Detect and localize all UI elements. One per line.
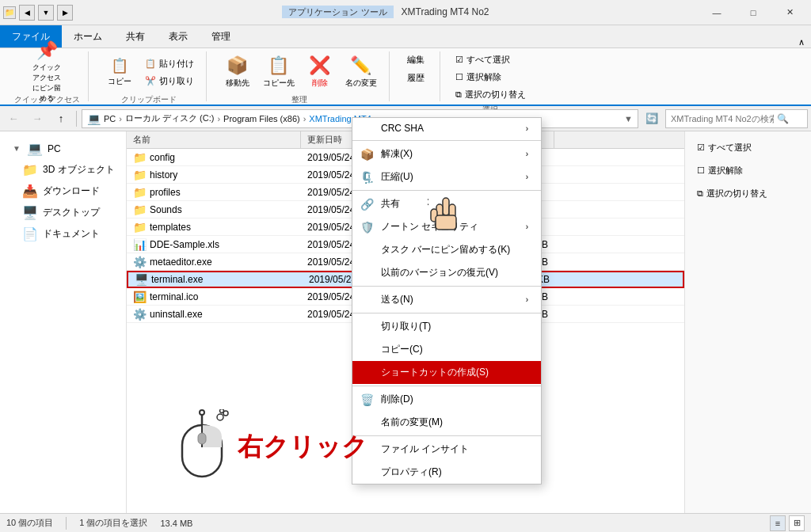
tab-manage[interactable]: 管理 bbox=[200, 25, 242, 48]
file-name-history: 📁history bbox=[127, 169, 301, 181]
ctx-item-cut[interactable]: 切り取り(T) bbox=[352, 315, 541, 338]
file-name-metaeditor: ⚙️metaeditor.exe bbox=[127, 256, 301, 268]
ctx-item-fileinsight[interactable]: ファイル インサイト bbox=[352, 438, 541, 461]
ribbon-btn-selectall[interactable]: ☑すべて選択 bbox=[451, 51, 514, 68]
ctx-item-norton[interactable]: 🛡️ ノートン セキュリティ › bbox=[352, 215, 541, 238]
ribbon-btn-edit[interactable]: 編集 bbox=[403, 51, 428, 68]
ribbon-group-clipboard: 📋 コピー 📋貼り付け ✂️切り取り クリップボード bbox=[92, 51, 207, 101]
ctx-item-prevversion[interactable]: 以前のバージョンの復元(V) bbox=[352, 261, 541, 284]
status-selected-info: 1 個の項目を選択 bbox=[79, 517, 147, 529]
status-sep-1 bbox=[66, 517, 67, 530]
title-bar-btn-2[interactable]: ▼ bbox=[38, 5, 54, 21]
ribbon-btn-deselect[interactable]: ☐選択解除 bbox=[451, 69, 505, 86]
ribbon-btn-rename[interactable]: ✏️ 名の変更 bbox=[341, 51, 381, 93]
ctx-item-rename[interactable]: 名前の変更(M) bbox=[352, 411, 541, 434]
tab-home[interactable]: ホーム bbox=[62, 25, 114, 48]
ribbon-btn-history[interactable]: 履歴 bbox=[403, 70, 428, 86]
ribbon-content: 📌 クイック アクセスにピン留める クイック アクセス 📋 コピー 📋貼り付け bbox=[0, 48, 811, 104]
status-item-count: 10 個の項目 bbox=[6, 517, 53, 529]
ctx-item-sendto[interactable]: 送る(N) › bbox=[352, 288, 541, 311]
ribbon-group-label-quickaccess: クイック アクセス bbox=[14, 93, 80, 105]
ribbon-group-history: 編集 履歴 bbox=[393, 51, 440, 101]
file-name-dde: 📊DDE-Sample.xls bbox=[127, 238, 301, 251]
ctx-sep-6 bbox=[352, 435, 541, 436]
title-bar: 📁 ◀ ▼ ▶ アプリケーション ツール XMTrading MT4 No2 —… bbox=[0, 0, 811, 25]
file-name-sounds: 📁Sounds bbox=[127, 203, 301, 216]
refresh-button[interactable]: 🔄 bbox=[642, 109, 662, 128]
ribbon-btn-invertselect[interactable]: ⧉選択の切り替え bbox=[451, 86, 530, 103]
ribbon-btn-cut[interactable]: ✂️切り取り bbox=[141, 73, 198, 89]
forward-button[interactable]: → bbox=[27, 109, 48, 128]
title-bar-left: 📁 ◀ ▼ ▶ bbox=[3, 5, 73, 21]
addr-part-progfiles: Program Files (x86) bbox=[223, 114, 300, 124]
right-btn-invertselect[interactable]: ⧉選択の切り替え bbox=[691, 184, 805, 203]
ribbon-btn-copydest[interactable]: 📋 コピー先 bbox=[259, 51, 299, 93]
ctx-item-share[interactable]: 🔗 共有 bbox=[352, 192, 541, 215]
ctx-item-copy[interactable]: コピー(C) bbox=[352, 338, 541, 361]
minimize-button[interactable]: — bbox=[699, 0, 735, 25]
ctx-sep-2 bbox=[352, 190, 541, 191]
view-icons-btn[interactable]: ⊞ bbox=[789, 515, 805, 531]
back-button[interactable]: ← bbox=[3, 109, 24, 128]
title-bar-btn-1[interactable]: ◀ bbox=[19, 5, 35, 21]
tab-share[interactable]: 共有 bbox=[114, 25, 157, 48]
toolbar-sep-1 bbox=[76, 111, 77, 127]
ribbon-tabs: ファイル ホーム 共有 表示 管理 ∧ bbox=[0, 25, 811, 48]
ctx-item-createshortcut[interactable]: ショートカットの作成(S) bbox=[352, 361, 541, 384]
ribbon-group-label-organize: 整理 bbox=[291, 93, 307, 105]
search-box[interactable]: 🔍 bbox=[665, 109, 808, 128]
sidebar-item-pc[interactable]: ▼ 💻 PC bbox=[0, 138, 126, 159]
search-input[interactable] bbox=[671, 114, 774, 124]
sidebar-item-downloads[interactable]: 📥 ダウンロード bbox=[0, 180, 126, 202]
addr-part-drive: ローカル ディスク (C:) bbox=[125, 112, 214, 124]
file-name-terminal: 🖥️terminal.exe bbox=[128, 273, 303, 286]
app-icon: 📁 bbox=[3, 6, 16, 19]
ribbon-btn-copy[interactable]: 📋 コピー bbox=[100, 51, 139, 93]
col-header-name[interactable]: 名前 bbox=[127, 131, 301, 148]
tab-view[interactable]: 表示 bbox=[157, 25, 200, 48]
ctx-item-compress[interactable]: 🗜️ 圧縮(U) › bbox=[352, 165, 541, 188]
file-name-uninstall: ⚙️uninstall.exe bbox=[127, 308, 301, 321]
ribbon-group-organize: 📦 移動先 📋 コピー先 ❌ 削除 ✏️ 名の変更 整理 bbox=[210, 51, 390, 101]
file-name-profiles: 📁profiles bbox=[127, 186, 301, 199]
ribbon-group-quickaccess: 📌 クイック アクセスにピン留める クイック アクセス bbox=[6, 51, 89, 101]
ribbon-btn-delete[interactable]: ❌ 削除 bbox=[300, 51, 340, 93]
title-bar-controls: — □ ✕ bbox=[699, 0, 808, 25]
file-name-templates: 📁templates bbox=[127, 221, 301, 234]
close-button[interactable]: ✕ bbox=[771, 0, 808, 25]
ctx-item-extract[interactable]: 📦 解凍(X) › bbox=[352, 142, 541, 165]
ctx-item-pintaskbar[interactable]: タスク バーにピン留めする(K) bbox=[352, 238, 541, 261]
sidebar-item-3d[interactable]: 📁 3D オブジェクト bbox=[0, 159, 126, 180]
ribbon-btn-move[interactable]: 📦 移動先 bbox=[218, 51, 257, 93]
view-details-btn[interactable]: ≡ bbox=[770, 515, 786, 531]
context-menu: CRC SHA › 📦 解凍(X) › 🗜️ 圧縮(U) › 🔗 共有 🛡️ ノ… bbox=[352, 117, 542, 484]
ribbon-group-label-clipboard: クリップボード bbox=[121, 93, 177, 105]
ctx-item-crcsha[interactable]: CRC SHA › bbox=[352, 118, 541, 139]
ctx-item-properties[interactable]: プロパティ(R) bbox=[352, 461, 541, 484]
ctx-sep-3 bbox=[352, 286, 541, 287]
ctx-item-delete[interactable]: 🗑️ 削除(D) bbox=[352, 388, 541, 411]
right-panel: ☑すべて選択 ☐選択解除 ⧉選択の切り替え bbox=[684, 131, 811, 515]
ribbon: ファイル ホーム 共有 表示 管理 ∧ 📌 クイック アクセスにピン留める クイ… bbox=[0, 25, 811, 106]
addr-part-pc: PC bbox=[104, 114, 116, 124]
sidebar-item-documents[interactable]: 📄 ドキュメント bbox=[0, 223, 126, 245]
ribbon-group-select: ☑すべて選択 ☐選択解除 ⧉選択の切り替え 選択 bbox=[444, 51, 538, 101]
title-bar-btn-3[interactable]: ▶ bbox=[57, 5, 73, 21]
right-btn-deselect[interactable]: ☐選択解除 bbox=[691, 161, 805, 180]
ribbon-btn-paste[interactable]: 📋貼り付け bbox=[141, 55, 198, 72]
file-name-config: 📁config bbox=[127, 151, 301, 164]
ribbon-btn-quickaccess[interactable]: 📌 クイック アクセスにピン留める bbox=[27, 51, 67, 93]
maximize-button[interactable]: □ bbox=[735, 0, 771, 25]
sidebar-item-desktop[interactable]: 🖥️ デスクトップ bbox=[0, 202, 126, 223]
view-buttons: ≡ ⊞ bbox=[770, 515, 805, 531]
file-name-terminalico: 🖼️terminal.ico bbox=[127, 291, 301, 303]
right-panel-buttons: ☑すべて選択 ☐選択解除 ⧉選択の切り替え bbox=[691, 138, 805, 203]
ctx-sep-5 bbox=[352, 386, 541, 386]
ribbon-collapse[interactable]: ∧ bbox=[792, 37, 811, 48]
right-btn-selectall[interactable]: ☑すべて選択 bbox=[691, 138, 805, 158]
up-button[interactable]: ↑ bbox=[51, 109, 71, 128]
ctx-sep-1 bbox=[352, 140, 541, 141]
status-bar: 10 個の項目 1 個の項目を選択 13.4 MB ≡ ⊞ bbox=[0, 513, 811, 532]
sidebar: ▼ 💻 PC 📁 3D オブジェクト 📥 ダウンロード 🖥️ デスクトップ 📄 … bbox=[0, 131, 127, 515]
status-size: 13.4 MB bbox=[160, 519, 192, 528]
